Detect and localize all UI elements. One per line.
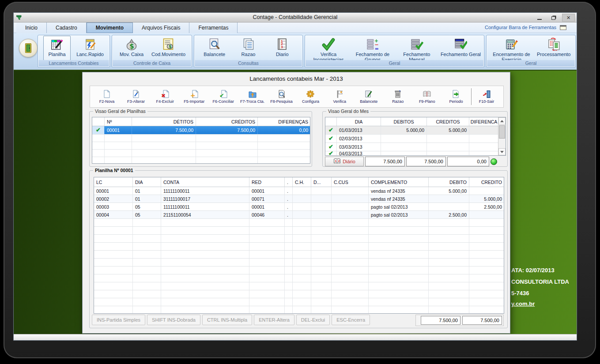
cell: 00001: [249, 187, 285, 195]
planilhas-empty-row: [92, 150, 310, 157]
tab-label: Cadastro: [56, 25, 77, 31]
doc-delete-icon: ✖: [161, 90, 170, 98]
toolbar-button-f9-plano[interactable]: F9-Plano: [413, 87, 441, 106]
cell: 00001: [249, 203, 285, 210]
svg-text:$: $: [129, 42, 134, 50]
maximize-button[interactable]: [547, 14, 560, 22]
scrollbar[interactable]: [498, 117, 506, 155]
window-icon[interactable]: [559, 24, 567, 31]
grand-total-value: 7.500,00: [462, 316, 502, 325]
toolbar-button-periodo[interactable]: Periodo: [442, 87, 470, 106]
cell: 7.500,00: [132, 126, 196, 134]
mes-total-value: 7.500,00: [365, 157, 405, 166]
cell: [94, 243, 133, 250]
ribbon-buttons: Verifica Inconsistecias+−=Fechamento de …: [305, 36, 484, 60]
cell: [311, 227, 332, 234]
cell: [469, 274, 504, 282]
hint-button-ins-partida-simples[interactable]: INS-Partida Simples: [92, 315, 145, 325]
toolbar-button-f8-pesquisa[interactable]: F8-Pesquisa: [268, 87, 296, 106]
toolbar-button-f6-conciliar[interactable]: ✔F6-Conciliar: [209, 87, 238, 106]
mes-row[interactable]: ✔03/03/2013: [325, 143, 506, 151]
hint-button-shift-ins-dobrada[interactable]: SHIFT INS-Dobrada: [147, 315, 200, 325]
ribbon-button-processamento[interactable]: Processamento: [536, 36, 571, 60]
check-icon: ✔: [328, 128, 333, 132]
open-book-icon: 12: [333, 158, 341, 165]
toolbar-button-f3-alterar[interactable]: F3-Alterar: [122, 87, 150, 106]
cell: [133, 290, 161, 298]
toolbar-button-f5-importar[interactable]: +F5-Importar: [180, 87, 208, 106]
toolbar-button-f4-excluir[interactable]: ✖F4-Excluir: [151, 87, 179, 106]
tab-arquivos-fiscais[interactable]: Arquivos Fiscais: [133, 23, 189, 33]
cell: 11111100011: [161, 187, 249, 195]
ribbon-button-fechamento-geral[interactable]: Fechamento Geral: [440, 36, 481, 60]
hint-button-ctrl-ins-multipla[interactable]: CTRL INS-Multipla: [202, 315, 252, 325]
ribbon-button-balancete[interactable]: Balancete: [201, 36, 228, 60]
check-icon: ✔: [328, 145, 333, 149]
toolbar-button-verifica[interactable]: Verifica: [325, 87, 354, 106]
cell: .: [285, 187, 293, 195]
planilha-row[interactable]: 00003051111110001100001.pagto sal 02/201…: [94, 203, 504, 211]
tab-inicio[interactable]: Inicio: [16, 23, 47, 33]
cell: [285, 306, 293, 314]
planilha-row[interactable]: 00002013111110001700071.vendas nf 243355…: [94, 195, 504, 203]
mes-total-value: 0,00: [447, 157, 489, 166]
ribbon-button-verifica-inconsistecias[interactable]: Verifica Inconsistecias: [308, 36, 349, 60]
tab-cadastro[interactable]: Cadastro: [47, 23, 87, 33]
planilha-row[interactable]: 00001011111110001100001.vendas nf 243355…: [94, 187, 504, 195]
planilha-empty-row: [94, 298, 504, 306]
cell: [381, 143, 427, 151]
cell: [133, 235, 161, 242]
hint-button-del-exclui[interactable]: DEL-Exclui: [296, 315, 330, 325]
toolbar-button-f2-nova[interactable]: F2-Nova: [93, 87, 121, 106]
desktop-link-text[interactable]: y.com.br: [511, 300, 535, 307]
ribbon-button-mov-caixa[interactable]: $Mov. Caixa: [118, 36, 145, 60]
sheet-check2-icon: [454, 38, 467, 51]
check-icon: ✔: [328, 136, 333, 141]
hint-button-enter-altera[interactable]: ENTER-Altera: [254, 315, 294, 325]
toolbar-button-balancete[interactable]: Balancete: [355, 87, 383, 106]
window-icon: [559, 24, 567, 31]
tab-movimento[interactable]: Movimento: [87, 23, 133, 33]
ribbon-button-fechamento-de-grupos[interactable]: +−=Fechamento de Grupos: [352, 36, 393, 60]
minimize-button[interactable]: [533, 14, 546, 22]
mes-row[interactable]: ✔04/03/2013: [325, 151, 506, 156]
planilhas-row[interactable]: ✔000017.500,007.500,000,00: [92, 126, 310, 135]
group-visao-geral-planilhas: Visao Geral de Planilhas NºDÉTITOSCRÉDIT…: [89, 111, 312, 167]
scroll-up-arrow[interactable]: [498, 117, 506, 124]
planilha-empty-row: [94, 266, 504, 274]
group-visao-geral-mes: Visao Geral do Mes DIADEBITOSCREDITOSDIF…: [322, 111, 508, 167]
grand-totals: 7.500,007.500,00: [415, 315, 504, 326]
mes-row[interactable]: ✔01/03/20135.000,005.000,00: [325, 126, 506, 135]
hint-button-esc-encerra[interactable]: ESC-Encerra: [332, 315, 370, 325]
cell: ✔: [92, 126, 105, 134]
configure-toolbar-link[interactable]: Configurar Barra de Ferramentas: [485, 25, 556, 30]
cell: [293, 298, 311, 306]
toolbar-button-f7-troca-cta[interactable]: F7-Troca Cta.: [238, 87, 267, 106]
cell: [94, 266, 133, 274]
tab-ferramentas[interactable]: Ferramentas: [189, 23, 238, 33]
ribbon-button-cod-movimento[interactable]: $Cod.Movimento: [151, 36, 186, 60]
scroll-thumb[interactable]: [499, 125, 505, 139]
ribbon-button-fechamento-mensal[interactable]: Fechamento Mensal: [396, 36, 438, 60]
mes-row[interactable]: ✔02/03/2013: [325, 135, 506, 143]
ribbon-group-caption: Geral: [306, 60, 483, 67]
planilha-table: LCDIACONTARED.C.H.D...C.CUSCOMPLEMENTODE…: [94, 177, 504, 314]
toolbar-button-razao[interactable]: Razao: [384, 87, 412, 106]
planilha-row[interactable]: 00004052115110005400046.pagto sal 02/201…: [94, 211, 504, 219]
close-button[interactable]: ✕: [562, 14, 575, 22]
cell: 03/03/2013: [337, 143, 381, 151]
ribbon-button-label: Planilha: [48, 52, 65, 57]
diario-button[interactable]: 12Diário: [325, 157, 364, 166]
toolbar-button-f10-sair[interactable]: F10-Sair: [472, 87, 501, 106]
ribbon-button-planilha[interactable]: Planilha: [43, 36, 71, 60]
exit-round-button[interactable]: [19, 39, 38, 57]
ribbon-button-razao[interactable]: Razao: [235, 36, 262, 60]
ribbon-button-encerramento-de-exercicio[interactable]: Encerramento de Exercicio: [491, 36, 532, 60]
sheet-plusminus-icon: +−=: [366, 38, 379, 51]
cell: [161, 266, 249, 274]
toolbar-button-configura[interactable]: Configura: [296, 87, 325, 106]
ribbon-buttons: $Mov. Caixa$Cod.Movimento: [112, 36, 192, 60]
ribbon-button-diario[interactable]: 123Diario: [268, 36, 296, 60]
scroll-down-arrow[interactable]: [498, 148, 506, 155]
ribbon-button-lanc-rapido[interactable]: Lanc.Rapido: [76, 36, 104, 60]
